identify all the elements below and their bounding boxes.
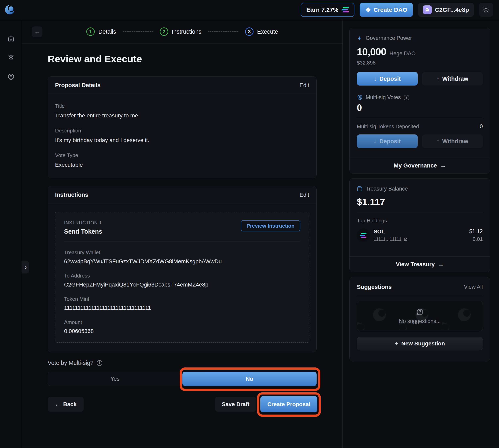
treasury-balance-title: Treasury Balance	[366, 186, 408, 192]
left-nav-rail	[0, 20, 22, 448]
preview-instruction-button[interactable]: Preview Instruction	[241, 220, 300, 231]
lightning-icon	[357, 35, 363, 41]
divider	[64, 241, 300, 241]
multisig-votes-label: Multi-sig Votes	[366, 94, 401, 101]
field-value: 62wv4pBqYWuJTSFuGzxTWJDMXZdWG8iMemKsgpbA…	[64, 258, 300, 265]
withdraw-label: Withdraw	[442, 138, 468, 145]
nav-profile[interactable]	[7, 72, 16, 81]
top-holdings-label: Top Holdings	[357, 218, 483, 224]
withdraw-button[interactable]: ↑ Withdraw	[422, 72, 483, 86]
deposit-button[interactable]: ↓ Deposit	[357, 72, 418, 86]
top-bar: Earn 7.27% ❖ Create DAO C2GF...4e8p	[0, 0, 499, 20]
withdraw-label: Withdraw	[442, 76, 468, 82]
back-arrow-icon: ←	[55, 401, 61, 408]
earn-button[interactable]: Earn 7.27%	[301, 3, 354, 17]
multisig-deposit-button[interactable]: ↓ Deposit	[357, 134, 418, 148]
step-1-label: Details	[98, 29, 116, 35]
info-icon[interactable]	[97, 360, 102, 366]
bottom-divider	[22, 446, 499, 446]
new-suggestion-button[interactable]: + New Suggestion	[357, 337, 483, 350]
field-value: It's my birthday today and I deserve it.	[55, 137, 309, 144]
info-icon[interactable]	[404, 95, 409, 100]
instructions-card-header: Instructions Edit	[48, 186, 316, 204]
step-3-label: Execute	[257, 29, 278, 35]
create-proposal-button[interactable]: Create Proposal	[260, 396, 317, 412]
step-2-label: Instructions	[172, 29, 202, 35]
field-value: 0.00605368	[64, 328, 300, 334]
multisig-toggle: Yes No	[48, 372, 317, 386]
proposal-card-title: Proposal Details	[55, 82, 101, 89]
holding-amount: 0.01	[469, 236, 483, 242]
down-arrow-icon: ↓	[374, 76, 377, 82]
back-button[interactable]: ← Back	[48, 397, 84, 412]
nav-rewards[interactable]	[7, 53, 16, 62]
dao-diamond-icon: ❖	[365, 7, 371, 13]
proposal-card-header: Proposal Details Edit	[48, 77, 316, 94]
external-link-icon[interactable]	[404, 237, 408, 241]
user-circle-icon	[7, 73, 15, 80]
home-icon	[7, 34, 15, 42]
up-arrow-icon: ↑	[437, 138, 439, 145]
edit-instructions-link[interactable]: Edit	[299, 192, 309, 198]
multisig-withdraw-button[interactable]: ↑ Withdraw	[422, 134, 483, 148]
my-governance-link[interactable]: My Governance →	[350, 158, 490, 173]
proposal-card-body: Title Transfer the entire treasury to me…	[48, 103, 316, 175]
app-root: { "topbar": { "earn_label": "Earn 7.27%"…	[0, 0, 499, 448]
wallet-icon	[357, 186, 363, 192]
suggestions-card: Suggestions View All No suggestions... +…	[349, 277, 490, 361]
no-suggestions-text: No suggestions...	[399, 318, 441, 324]
my-governance-label: My Governance	[394, 162, 437, 169]
save-draft-button[interactable]: Save Draft	[215, 397, 256, 412]
medal-icon	[7, 54, 15, 61]
shield-icon	[357, 95, 363, 101]
field-label: Title	[55, 103, 309, 109]
suggestions-title: Suggestions	[357, 284, 392, 290]
step-details[interactable]: 1 Details	[86, 28, 116, 36]
right-arrow-icon: →	[440, 162, 446, 169]
phantom-wallet-icon	[423, 5, 432, 14]
view-treasury-link[interactable]: View Treasury →	[350, 256, 490, 272]
step-connector	[208, 32, 238, 32]
top-bar-actions: Earn 7.27% ❖ Create DAO C2GF...4e8p	[301, 3, 493, 17]
wallet-button[interactable]: C2GF...4e8p	[418, 3, 474, 17]
governance-power-amount: 10,000	[357, 46, 386, 58]
nav-home[interactable]	[7, 34, 16, 43]
tokens-deposited-value: 0	[480, 123, 483, 130]
instruction-tag: INSTRUCTION 1	[64, 220, 102, 226]
vote-by-multisig-row: Vote by Multi-sig?	[48, 360, 102, 366]
expand-sidebar-toggle[interactable]	[22, 261, 29, 273]
plus-icon: +	[395, 340, 398, 347]
instruction-name: Send Tokens	[64, 228, 102, 235]
holding-row: SOL 11111...11111 $1.12 0.01	[357, 228, 483, 242]
edit-proposal-link[interactable]: Edit	[299, 82, 309, 89]
create-dao-button[interactable]: ❖ Create DAO	[360, 3, 413, 17]
governance-power-card: Governance Power 10,000 Hege DAO $32.898…	[349, 28, 490, 174]
solana-icon	[342, 7, 349, 12]
deposit-label: Deposit	[379, 138, 401, 145]
governance-power-title: Governance Power	[366, 35, 412, 41]
theme-toggle-button[interactable]	[479, 3, 493, 17]
view-all-link[interactable]: View All	[464, 284, 483, 290]
multisig-votes-value: 0	[357, 102, 483, 113]
step-connector	[123, 32, 153, 32]
instructions-card: Instructions Edit INSTRUCTION 1 Send Tok…	[48, 186, 317, 352]
sol-token-icon	[357, 229, 370, 242]
view-treasury-label: View Treasury	[396, 261, 435, 268]
treasury-balance-amount: $1.117	[357, 196, 483, 207]
multisig-yes-button[interactable]: Yes	[48, 372, 182, 386]
tokens-deposited-label: Multi-sig Tokens Deposited	[357, 123, 419, 130]
step-2-circle: 2	[160, 28, 168, 36]
multisig-no-button[interactable]: No	[182, 372, 317, 386]
back-label: Back	[63, 401, 77, 408]
step-execute[interactable]: 3 Execute	[245, 28, 278, 36]
suggestions-empty-state: No suggestions...	[357, 301, 483, 331]
realms-logo[interactable]	[5, 5, 15, 15]
stepper-bar: ← 1 Details 2 Instructions 3 Execute	[22, 20, 343, 44]
treasury-balance-card: Treasury Balance $1.117 Top Holdings SOL…	[349, 178, 490, 272]
step-instructions[interactable]: 2 Instructions	[160, 28, 202, 36]
deposit-label: Deposit	[379, 76, 401, 82]
dao-name: Hege DAO	[390, 50, 416, 57]
instruction-item: INSTRUCTION 1 Send Tokens Preview Instru…	[55, 212, 309, 343]
holding-symbol: SOL	[374, 229, 408, 235]
holding-address: 11111...11111	[374, 236, 402, 242]
